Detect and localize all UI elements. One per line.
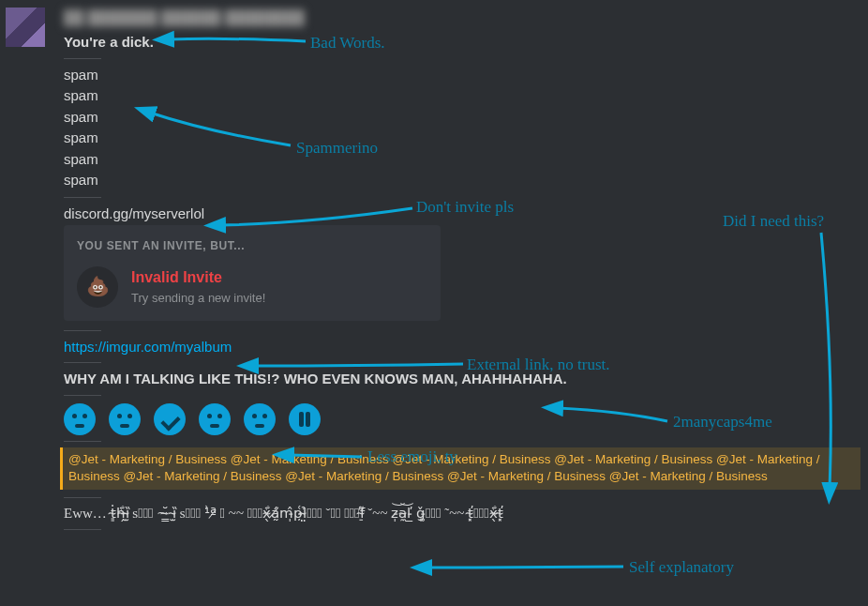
divider	[64, 58, 101, 59]
emoji-pause-icon[interactable]	[289, 403, 321, 435]
mention-block: @Jet - Marketing / Business @Jet - Marke…	[60, 447, 861, 489]
emoji-row	[64, 403, 862, 435]
message-content: ██ ███████ ██████ ████████ You're a dick…	[64, 8, 862, 536]
divider	[64, 197, 101, 198]
invite-link-text[interactable]: discord.gg/myserverlol	[64, 204, 862, 224]
emoji-face-icon[interactable]	[244, 403, 276, 435]
external-link[interactable]: https://imgur.com/myalbum	[64, 337, 862, 357]
message: ██ ███████ ██████ ████████ You're a dick…	[0, 0, 868, 536]
spam-line: spam	[64, 149, 862, 171]
annotation-zalgo: Self explanatory	[629, 558, 734, 577]
invite-card: YOU SENT AN INVITE, BUT... 💩 Invalid Inv…	[64, 225, 441, 320]
divider	[64, 497, 101, 498]
emoji-check-icon[interactable]	[154, 403, 186, 435]
spam-block: spam spam spam spam spam spam	[64, 65, 862, 191]
divider	[64, 330, 101, 331]
emoji-face-icon[interactable]	[199, 403, 231, 435]
caps-line: WHY AM I TALKING LIKE THIS!? WHO EVEN KN…	[64, 369, 862, 389]
mentions-text[interactable]: @Jet - Marketing / Business @Jet - Marke…	[68, 452, 820, 483]
invite-subtitle: Try sending a new invite!	[131, 290, 265, 308]
emoji-face-icon[interactable]	[64, 403, 96, 435]
spam-line: spam	[64, 85, 862, 107]
spam-line: spam	[64, 128, 862, 149]
spam-line: spam	[64, 170, 862, 191]
invite-pretitle: YOU SENT AN INVITE, BUT...	[77, 238, 427, 254]
spam-line: spam	[64, 65, 862, 86]
invite-title: Invalid Invite	[131, 266, 265, 288]
emoji-face-icon[interactable]	[109, 403, 141, 435]
divider	[64, 529, 101, 530]
bad-words-line: You're a dick.	[64, 32, 862, 53]
zalgo-line: Eww… ṫ̴͇h̴̗͋ȉ̴̫ s̵͖̍ ~̴̳̆ ȉ̴̫ s̵͖̍ ¹͗ª̷ …	[64, 504, 862, 524]
poop-icon: 💩	[77, 266, 118, 308]
username-row[interactable]: ██ ███████ ██████ ████████	[64, 8, 862, 28]
avatar[interactable]	[6, 8, 45, 47]
divider	[64, 395, 101, 396]
divider	[64, 362, 101, 363]
spam-line: spam	[64, 107, 862, 129]
divider	[64, 441, 101, 442]
